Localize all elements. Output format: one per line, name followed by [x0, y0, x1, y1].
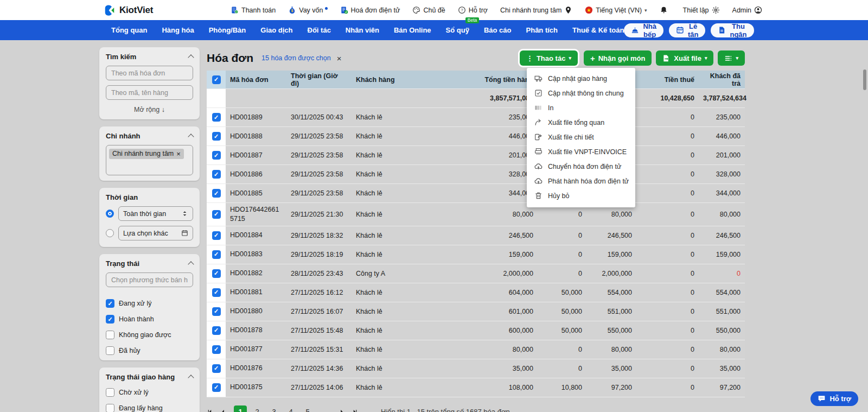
menu-item[interactable]: Xuất file chi tiết	[527, 130, 635, 144]
collapse-chevron-icon[interactable]	[188, 134, 194, 140]
page-number[interactable]: ...	[318, 405, 331, 412]
invoice-row[interactable]: HD001880 27/11/2025 16:07 Khách lẻ 601,0…	[207, 302, 745, 321]
kiotviet-logo[interactable]: KiotViet	[103, 4, 153, 16]
invoice-row[interactable]: HDO1764426615715 29/11/2025 21:30 Khách …	[207, 203, 745, 226]
invoice-row[interactable]: HD001887 29/11/2025 23:58 Khách lẻ 201,0…	[207, 146, 745, 165]
invoice-row[interactable]: HD001884 29/11/2025 18:32 Khách lẻ 246,5…	[207, 226, 745, 245]
col-time[interactable]: Thời gian (Giờ đi)	[286, 72, 352, 87]
collapse-chevron-icon[interactable]	[188, 261, 194, 267]
row-checkbox[interactable]	[212, 170, 221, 179]
page-number[interactable]: 2	[251, 405, 264, 412]
col-paid[interactable]: Khách đã trả	[699, 72, 745, 87]
first-page-button[interactable]	[207, 409, 213, 412]
header-link[interactable]: Thiết lập ▾	[683, 6, 720, 14]
menu-item[interactable]: Phát hành hóa đơn điện tử	[527, 174, 635, 188]
nav-screen-button[interactable]: Lễ tân	[669, 23, 706, 37]
custom-time-radio[interactable]	[106, 229, 114, 237]
page-number[interactable]: 1	[234, 405, 247, 412]
menu-item[interactable]: In	[527, 100, 635, 115]
scrollbar[interactable]	[863, 69, 866, 90]
row-checkbox[interactable]	[212, 113, 221, 122]
thao-tac-button[interactable]: ⋮ Thao tác ▾	[520, 50, 578, 66]
row-checkbox[interactable]	[212, 383, 221, 392]
row-checkbox[interactable]	[212, 345, 221, 354]
col-invoice-code[interactable]: Mã hóa đơn	[226, 76, 286, 84]
page-number[interactable]: 3	[267, 405, 280, 412]
header-link[interactable]: Chi nhánh trung tâm ▾	[500, 6, 572, 14]
row-checkbox[interactable]	[212, 364, 221, 373]
row-checkbox[interactable]	[212, 132, 221, 141]
export-file-button[interactable]: Xuất file ▾	[656, 50, 713, 66]
menu-item[interactable]: Xuất file VNPT-EINVOICE	[527, 144, 635, 159]
row-checkbox[interactable]	[212, 269, 221, 278]
row-checkbox[interactable]	[212, 307, 221, 316]
invoice-row[interactable]: HD001876 27/11/2025 14:36 Khách lẻ 35,00…	[207, 359, 745, 378]
row-checkbox[interactable]	[212, 210, 221, 219]
expand-link[interactable]: Mở rộng ↓	[106, 106, 193, 113]
invoice-row[interactable]: HD001881 27/11/2025 16:12 Khách lẻ 604,0…	[207, 283, 745, 302]
page-number[interactable]: 5	[301, 405, 314, 412]
delivery-option[interactable]: Đang lấy hàng	[106, 404, 193, 412]
status-checkbox[interactable]	[106, 331, 114, 339]
column-config-button[interactable]: ▾	[718, 50, 745, 66]
nav-item[interactable]: Phòng/Bàn	[209, 26, 246, 34]
nav-screen-button[interactable]: Thu ngân	[711, 23, 754, 37]
header-link[interactable]: Admin ▾	[732, 6, 762, 14]
menu-item[interactable]: Cập nhật thông tin chung	[527, 86, 635, 100]
status-option[interactable]: Đang xử lý	[106, 299, 193, 308]
support-button[interactable]: Hỗ trợ	[810, 391, 858, 406]
all-time-radio[interactable]	[106, 210, 114, 218]
invoice-row[interactable]: HD001878 27/11/2025 15:48 Khách lẻ 600,0…	[207, 321, 745, 340]
time-range-select[interactable]: Toàn thời gian	[118, 206, 193, 221]
clear-selection-icon[interactable]: ×	[337, 54, 342, 63]
invoice-row[interactable]: HD001889 30/11/2025 00:43 Khách lẻ 235,0…	[207, 108, 745, 127]
nav-screen-button[interactable]: Nhà bếp	[624, 23, 663, 37]
nav-item[interactable]: Bán Online	[394, 26, 431, 34]
receive-order-button[interactable]: + Nhận gọi món	[584, 50, 652, 66]
nav-item[interactable]: Thuế & Kế toán	[572, 26, 624, 34]
header-link[interactable]: Tiếng Việt (VN) ▾	[585, 6, 647, 14]
prev-page-button[interactable]	[220, 409, 226, 412]
header-link[interactable]: Thanh toán ▾	[231, 6, 276, 14]
nav-item[interactable]: Báo cáo	[484, 26, 512, 34]
header-link[interactable]: ? Hỗ trợ ▾ Beta	[458, 6, 488, 14]
status-checkbox[interactable]	[106, 346, 114, 355]
status-checkbox[interactable]	[106, 299, 114, 308]
col-total[interactable]: Tổng tiền hàng	[427, 76, 538, 84]
delivery-checkbox[interactable]	[106, 404, 114, 412]
delivery-option[interactable]: Chờ xử lý	[106, 388, 193, 397]
invoice-row[interactable]: HD001886 29/11/2025 23:58 Khách lẻ 328,0…	[207, 165, 745, 184]
nav-item[interactable]: Đối tác	[308, 26, 331, 34]
status-checkbox[interactable]	[106, 315, 114, 324]
status-option[interactable]: Đã hủy	[106, 346, 193, 355]
invoice-row[interactable]: HD001882 28/11/2025 23:43 Công ty A 2,00…	[207, 264, 745, 283]
row-checkbox[interactable]	[212, 326, 221, 335]
row-checkbox[interactable]	[212, 189, 221, 198]
header-link[interactable]: Chủ đề ▾	[412, 6, 445, 14]
menu-item[interactable]: Xuất file tổng quan	[527, 115, 635, 130]
custom-time-select[interactable]: Lựa chọn khác	[118, 226, 193, 240]
menu-item[interactable]: Chuyển hóa đơn điện tử	[527, 159, 635, 174]
nav-item[interactable]: Tổng quan	[111, 26, 147, 34]
page-number[interactable]: 4	[284, 405, 297, 412]
nav-item[interactable]: Giao dịch	[260, 26, 292, 34]
nav-item[interactable]: Hàng hóa	[162, 26, 194, 34]
nav-item[interactable]: Sổ quỹ	[446, 26, 469, 34]
select-all-checkbox[interactable]	[212, 75, 221, 84]
header-link[interactable]: Hoá đơn điện tử ▾	[340, 6, 400, 14]
invoice-row[interactable]: HD001885 29/11/2025 23:58 Khách lẻ 344,0…	[207, 184, 745, 203]
menu-item[interactable]: Cập nhật giao hàng	[527, 71, 635, 86]
col-tax[interactable]: Tiền thuế	[636, 76, 699, 84]
collapse-chevron-icon[interactable]	[188, 375, 194, 381]
nav-item[interactable]: Phân tích	[526, 26, 558, 34]
row-checkbox[interactable]	[212, 231, 221, 240]
collapse-chevron-icon[interactable]	[188, 54, 194, 60]
delivery-checkbox[interactable]	[106, 388, 114, 397]
invoice-row[interactable]: HD001883 29/11/2025 18:19 Khách lẻ 159,0…	[207, 245, 745, 264]
invoice-row[interactable]: HD001875 27/11/2025 14:06 Khách lẻ 108,0…	[207, 378, 745, 397]
sale-method-input[interactable]	[106, 272, 193, 287]
invoice-code-search-input[interactable]	[106, 66, 193, 80]
remove-branch-icon[interactable]: ×	[176, 150, 181, 158]
row-checkbox[interactable]	[212, 151, 221, 160]
invoice-row[interactable]: HD001888 29/11/2025 23:58 Khách lẻ 446,0…	[207, 127, 745, 146]
